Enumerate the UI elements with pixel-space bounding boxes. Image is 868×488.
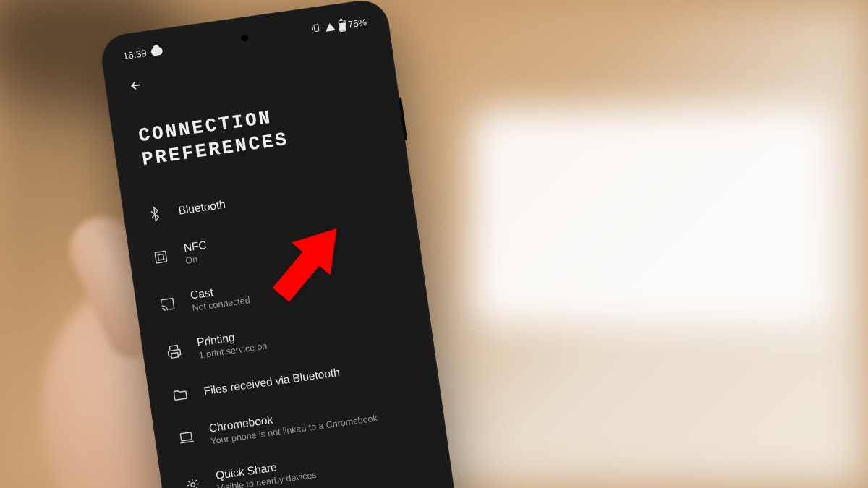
folder-icon xyxy=(171,385,190,403)
laptop-icon xyxy=(177,429,195,447)
bluetooth-icon xyxy=(146,205,164,223)
weather-icon xyxy=(150,47,163,56)
share-icon xyxy=(184,476,202,488)
printer-icon xyxy=(165,343,183,361)
cast-icon xyxy=(158,296,176,314)
item-label: Files received via Bluetooth xyxy=(203,366,341,398)
battery-percentage: 75% xyxy=(347,17,367,30)
settings-list: Bluetooth NFC On xyxy=(128,157,445,488)
item-sublabel: On xyxy=(185,253,209,266)
svg-rect-5 xyxy=(171,353,179,359)
svg-point-7 xyxy=(191,482,195,487)
status-time: 16:39 xyxy=(122,48,147,61)
item-label: Bluetooth xyxy=(177,198,226,218)
wifi-icon xyxy=(325,22,336,32)
nfc-icon xyxy=(152,248,170,266)
svg-rect-6 xyxy=(180,432,192,441)
item-label: NFC xyxy=(183,239,208,254)
vibrate-icon xyxy=(310,22,322,36)
background-shape xyxy=(470,108,832,325)
svg-rect-0 xyxy=(314,25,319,32)
svg-rect-3 xyxy=(155,251,167,263)
battery-icon xyxy=(338,20,346,32)
svg-rect-4 xyxy=(158,254,163,260)
